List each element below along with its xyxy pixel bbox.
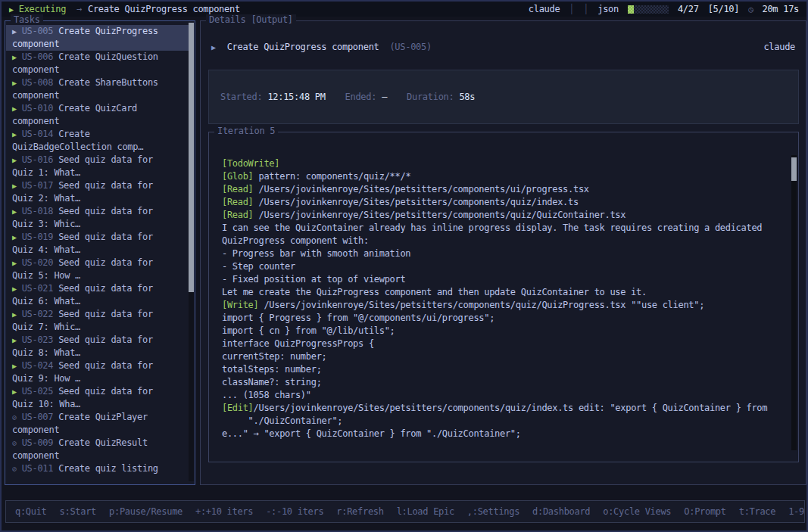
separator: │ [583,4,588,14]
tasks-panel: Tasks ▶ US-005 Create QuizProgress compo… [5,20,195,485]
output-line: [Read] /Users/jovinkenroye/Sites/petsitt… [222,209,786,222]
output-mode: json [597,4,619,14]
elapsed-time: 20m 17s [763,4,799,14]
task-item-us-021[interactable]: ▶ US-021 Seed quiz data for Quiz 6: What… [6,282,194,308]
ended-label: Ended: [345,92,377,102]
shortcut-l[interactable]: l:Load Epic [397,506,454,517]
top-status-bar: ▶ Executing → Create QuizProgress compon… [2,2,806,17]
shortcut--[interactable]: -:-10 iters [266,506,323,517]
play-icon: ▶ [12,387,17,396]
iteration-title: Iteration 5 [214,126,278,136]
play-icon: ▶ [12,182,17,190]
output-line: [Edit]/Users/jovinkenroye/Sites/petsitte… [222,402,786,415]
task-item-us-022[interactable]: ▶ US-022 Seed quiz data for Quiz 7: Whic… [6,308,194,334]
task-item-us-019[interactable]: ▶ US-019 Seed quiz data for Quiz 4: What… [6,231,194,257]
output-line: [Glob] pattern: components/quiz/**/* [222,170,786,183]
play-icon: ▶ [9,5,14,14]
shortcut-o[interactable]: o:Cycle Views [603,506,671,517]
task-detail-header: ▶ Create QuizProgress component (US-005)… [211,42,795,52]
task-item-us-014[interactable]: ▶ US-014 Create QuizBadgeCollection comp… [6,128,194,154]
started-label: Started: [220,92,262,102]
task-meta-box: Started: 12:15:48 PM Ended: – Duration: … [208,70,799,124]
blocked-icon: ⊘ [12,465,17,473]
task-id: US-016 [22,154,54,165]
output-line: import { Progress } from "@/components/u… [222,312,786,325]
shortcut-t[interactable]: t:Trace [739,506,775,517]
output-line: QuizProgress component with: [222,235,786,247]
output-scrollbar-thumb[interactable] [791,157,797,181]
task-id: US-018 [22,206,54,216]
task-id: US-007 [22,412,54,422]
play-icon: ▶ [12,362,17,370]
clock-icon: ◷ [748,5,753,14]
task-item-us-007[interactable]: ⊘ US-007 Create QuizPlayer component [6,411,194,437]
play-icon: ▶ [12,336,17,344]
agent-name: claude [529,4,560,14]
task-item-us-023[interactable]: ▶ US-023 Seed quiz data for Quiz 8: What… [6,334,194,359]
terminal-window: ▶ Executing → Create QuizProgress compon… [0,0,808,532]
blocked-icon: ⊘ [12,439,17,447]
shortcut-p[interactable]: p:Pause/Resume [109,506,183,517]
duration-label: Duration: [407,92,454,102]
task-item-us-011[interactable]: ⊘ US-011 Create quiz listing [6,462,194,475]
output-line: className?: string; [222,376,786,389]
output-line: import { cn } from "@/lib/utils"; [222,325,786,338]
task-id: US-014 [22,129,54,139]
shortcut-s[interactable]: s:Start [60,506,96,517]
current-task-title: Create QuizProgress component [88,4,240,14]
task-item-us-024[interactable]: ▶ US-024 Seed quiz data for Quiz 9: How … [6,359,194,385]
task-id: US-019 [22,232,54,242]
task-item-us-009[interactable]: ⊘ US-009 Create QuizResult component [6,437,194,462]
tasks-scrollbar[interactable] [189,23,194,481]
task-id: US-024 [22,360,54,371]
started-value: 12:15:48 PM [267,92,325,102]
play-icon: ▶ [12,27,17,36]
shortcut-,[interactable]: ,:Settings [467,506,519,517]
play-icon: ▶ [12,104,17,113]
task-id: US-005 [22,26,54,36]
task-list: ▶ US-005 Create QuizProgress component▶ … [6,25,194,484]
output-line: Let me create the QuizProgress component… [222,286,786,299]
detail-agent-name: claude [763,42,795,52]
task-item-us-005[interactable]: ▶ US-005 Create QuizProgress component [6,25,194,51]
tasks-panel-title: Tasks [11,14,43,25]
play-icon: ▶ [12,259,17,267]
task-item-us-025[interactable]: ▶ US-025 Seed quiz data for Quiz 10: Wha… [6,385,194,411]
shortcut-r[interactable]: r:Refresh [336,506,383,517]
task-id: US-025 [22,386,54,397]
output-scrollbar[interactable] [791,155,797,450]
output-line: ... (1058 chars)" [222,389,786,402]
shortcut-O[interactable]: O:Prompt [684,506,725,517]
task-id: US-006 [22,51,54,62]
details-panel: Details [Output] ▶ Create QuizProgress c… [200,20,806,485]
task-item-us-008[interactable]: ▶ US-008 Create ShareButtons component [6,76,194,102]
shortcut-1-9[interactable]: 1-9: [788,506,805,517]
task-label: Create quiz listing [58,463,158,474]
output-line: interface QuizProgressProps { [222,338,786,350]
output-line: - Step counter [222,260,786,273]
play-icon: ▶ [12,53,17,61]
task-item-us-017[interactable]: ▶ US-017 Seed quiz data for Quiz 2: What… [6,179,194,205]
task-item-us-006[interactable]: ▶ US-006 Create QuizQuestion component [6,51,194,76]
shortcut-q[interactable]: q:Quit [15,506,47,517]
task-item-us-010[interactable]: ▶ US-010 Create QuizCard component [6,102,194,128]
task-id: US-020 [22,257,54,268]
play-icon: ▶ [12,310,17,319]
tasks-scrollbar-thumb[interactable] [189,23,194,292]
shortcut-d[interactable]: d:Dashboard [532,506,590,517]
output-line: - Fixed position at top of viewport [222,273,786,286]
executing-status: Executing [19,4,66,14]
iteration-output-box: Iteration 5 [TodoWrite][Glob] pattern: c… [208,132,799,462]
blocked-icon: ⊘ [12,413,17,422]
task-item-us-016[interactable]: ▶ US-016 Seed quiz data for Quiz 1: What… [6,154,194,179]
output-line: [Write] /Users/jovinkenroye/Sites/petsit… [222,299,786,312]
task-item-us-020[interactable]: ▶ US-020 Seed quiz data for Quiz 5: How … [6,257,194,282]
task-id: US-011 [22,463,54,474]
play-icon: ▶ [211,43,216,51]
output-line: [Read] /Users/jovinkenroye/Sites/petsitt… [222,183,786,196]
task-item-us-018[interactable]: ▶ US-018 Seed quiz data for Quiz 3: Whic… [6,205,194,231]
task-id: US-017 [22,180,54,191]
shortcut-+[interactable]: +:+10 iters [195,506,253,517]
play-icon: ▶ [12,285,17,293]
play-icon: ▶ [12,207,17,216]
